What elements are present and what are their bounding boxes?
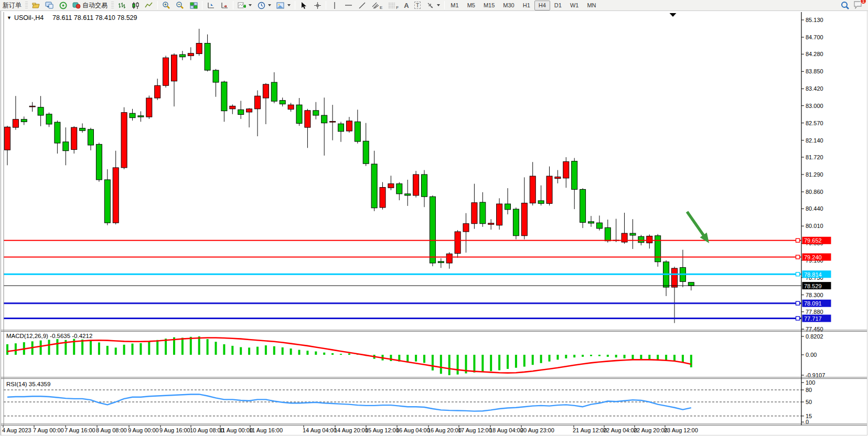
time-tick-label: 4 Aug 2023: [2, 427, 31, 433]
price-line-label-text: 78.091: [804, 300, 822, 307]
timeframe-mn[interactable]: MN: [583, 1, 600, 10]
candle: [455, 230, 460, 258]
search-icon[interactable]: [841, 1, 849, 9]
period-button[interactable]: [254, 1, 274, 10]
line-anchor-handle[interactable]: [796, 238, 800, 242]
trend-arrow-line[interactable]: [687, 212, 704, 237]
candle: [663, 260, 669, 296]
candle: [346, 117, 352, 133]
notifications-button[interactable]: 1: [853, 1, 863, 10]
auto-arrange-button[interactable]: [218, 1, 231, 10]
chart-shift-marker-icon[interactable]: [670, 13, 677, 17]
tile-windows-button[interactable]: [187, 1, 200, 10]
line-anchor-handle[interactable]: [796, 317, 800, 320]
chevron-down-icon: [249, 4, 252, 6]
zoom-in-button[interactable]: [159, 1, 173, 10]
bar-chart-button[interactable]: [115, 1, 128, 10]
line-chart-button[interactable]: [142, 1, 156, 10]
macd-signal-line: [7, 338, 691, 373]
timeframe-d1[interactable]: D1: [550, 1, 566, 10]
candle: [413, 171, 419, 198]
label-tool[interactable]: T: [412, 1, 424, 10]
candle: [38, 96, 44, 126]
candle: [555, 170, 561, 183]
time-tick-label: 14 Aug 04:00: [303, 427, 337, 433]
computer-icon: [45, 1, 53, 9]
candle: [647, 234, 652, 248]
candle: [530, 162, 535, 205]
terminal-button[interactable]: [42, 1, 56, 10]
horizontal-line-tool[interactable]: [341, 1, 355, 10]
candle: [680, 250, 685, 287]
timeframe-m30[interactable]: M30: [499, 1, 518, 10]
new-order-button[interactable]: 新订单: [0, 1, 24, 10]
template-button[interactable]: [274, 1, 293, 10]
zoom-out-button[interactable]: [173, 1, 187, 10]
auto-arrange-icon: [220, 1, 229, 9]
rsi-label: RSI(14) 35.4359: [6, 381, 50, 387]
candle: [296, 98, 302, 126]
toolbar-grip: [111, 2, 114, 9]
candle: [521, 177, 527, 239]
candle: [621, 213, 627, 244]
line-anchor-handle[interactable]: [796, 255, 800, 259]
timeframe-m1[interactable]: M1: [446, 1, 463, 10]
candle: [422, 170, 427, 208]
price-tick-label: 84.700: [806, 34, 823, 40]
template-icon: [276, 1, 285, 9]
candle: [113, 151, 119, 225]
line-anchor-handle[interactable]: [796, 301, 800, 305]
candle: [196, 29, 202, 56]
folder-icon: [31, 1, 40, 9]
timeframe-h4[interactable]: H4: [534, 1, 550, 10]
price-tick-label: 78.300: [806, 292, 823, 298]
candlestick-chart-button[interactable]: [128, 1, 142, 10]
arrange-charts-button[interactable]: [204, 1, 218, 10]
timeframe-m5[interactable]: M5: [463, 1, 479, 10]
candle: [488, 219, 494, 230]
candle: [330, 105, 336, 140]
cursor-tool[interactable]: [297, 1, 310, 10]
vertical-line-tool[interactable]: [328, 1, 341, 10]
price-line-label-text: 78.529: [804, 283, 822, 289]
candle: [463, 213, 469, 253]
symbol-dropdown-icon[interactable]: ▼: [7, 15, 12, 20]
auto-trading-button[interactable]: 自动交易: [70, 1, 110, 10]
favorites-button[interactable]: [29, 1, 42, 10]
new-order-label: 新订单: [3, 1, 22, 10]
price-line-label-text: 77.717: [804, 315, 822, 322]
cursor-icon: [299, 1, 308, 9]
macd-tick-label: 0.00: [806, 352, 817, 358]
timeframe-m15[interactable]: M15: [479, 1, 499, 10]
add-indicator-button[interactable]: [235, 1, 254, 10]
text-tool[interactable]: A: [401, 1, 411, 10]
crosshair-tool[interactable]: [310, 1, 324, 10]
candle: [104, 169, 110, 225]
timeframe-h1[interactable]: H1: [519, 1, 534, 10]
candle: [305, 109, 310, 148]
channel-tool[interactable]: E: [369, 1, 385, 10]
toolbar-separator: [444, 1, 445, 9]
macd-tick-label: 0.8202: [806, 333, 823, 340]
horizontal-line-icon: [344, 1, 352, 9]
price-tick-label: 80.010: [806, 223, 823, 229]
signals-button[interactable]: [56, 1, 70, 10]
candle: [88, 128, 94, 150]
chart-window[interactable]: ▼ USOil-,H4 78.611 78.611 78.410 78.529 …: [0, 11, 868, 436]
time-tick-label: 11 Aug 00:00: [219, 427, 253, 433]
time-tick-label: 21 Aug 12:00: [573, 427, 607, 433]
add-indicator-icon: [238, 1, 246, 9]
arrows-tool[interactable]: [423, 1, 443, 10]
main-toolbar: 新订单 自动交易: [0, 0, 868, 11]
notification-badge: 1: [860, 0, 866, 4]
zoom-in-icon: [162, 1, 170, 9]
trendline-tool[interactable]: [355, 1, 369, 10]
clock-icon: [257, 1, 265, 9]
time-tick-label: 9 Aug 00:00: [128, 427, 159, 433]
price-tick-label: 84.280: [806, 51, 823, 57]
vertical-line-icon: [330, 1, 339, 9]
fibonacci-tool[interactable]: F: [385, 1, 401, 10]
timeframe-w1[interactable]: W1: [566, 1, 583, 10]
time-tick-label: 17 Aug 12:00: [458, 427, 492, 433]
line-anchor-handle[interactable]: [796, 272, 800, 276]
